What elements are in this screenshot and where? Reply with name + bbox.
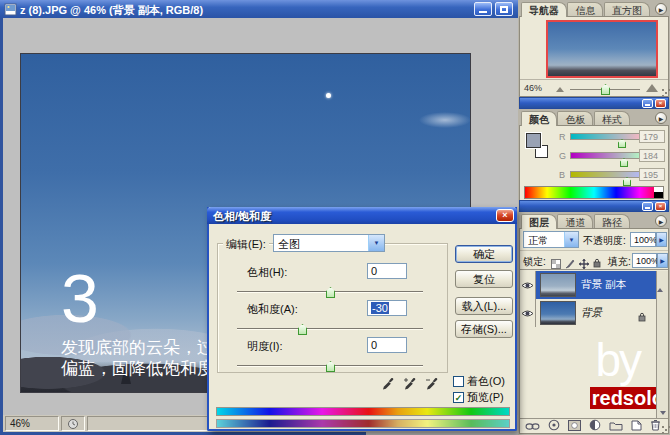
zoom-out-mountain-icon[interactable] — [556, 87, 564, 92]
layer-name[interactable]: 背景 — [581, 306, 602, 320]
saturation-slider[interactable] — [237, 323, 423, 335]
scroll-down-icon[interactable] — [660, 411, 666, 415]
layers-scrollbar[interactable] — [656, 271, 668, 418]
load-button[interactable]: 载入(L)... — [455, 297, 513, 315]
layer-thumbnail[interactable] — [540, 273, 576, 297]
tab-paths[interactable]: 路径 — [594, 214, 630, 229]
lock-all-icon[interactable] — [593, 254, 601, 272]
colorize-checkbox[interactable]: 着色(O) — [453, 374, 505, 389]
hue-slider-thumb[interactable] — [326, 287, 335, 298]
step-number: 3 — [61, 264, 99, 332]
panel-close-button[interactable]: × — [655, 202, 666, 211]
navigator-proxy-preview[interactable] — [546, 20, 658, 78]
fill-value[interactable]: 100% — [632, 253, 657, 268]
ramp-bw-endcap[interactable] — [654, 187, 663, 198]
tab-channels[interactable]: 通道 — [557, 214, 593, 229]
layers-menu-button[interactable]: ▶ — [655, 215, 667, 227]
channel-r-thumb[interactable] — [618, 139, 626, 148]
delete-layer-icon[interactable] — [650, 417, 661, 435]
adjustment-layer-icon[interactable] — [589, 417, 601, 435]
slider-track — [237, 328, 423, 329]
checkbox-unchecked[interactable] — [453, 376, 464, 387]
layer-mask-icon[interactable] — [568, 417, 581, 435]
lightness-slider-thumb[interactable] — [326, 361, 335, 372]
hue-label: 色相(H): — [247, 265, 287, 280]
new-group-icon[interactable] — [609, 417, 623, 435]
fill-spinner[interactable]: ▶ — [657, 253, 668, 268]
eyedropper-icon[interactable] — [381, 376, 395, 392]
save-button[interactable]: 存储(S)... — [455, 320, 513, 338]
scroll-up-icon[interactable] — [657, 271, 663, 292]
dialog-titlebar[interactable]: 色相/饱和度 × — [207, 207, 517, 224]
blend-mode-select[interactable]: 正常 ▼ — [523, 231, 579, 248]
channel-g-slider[interactable] — [570, 152, 644, 159]
lightness-input[interactable]: 0 — [367, 337, 407, 353]
preview-label: 预览(P) — [467, 390, 504, 405]
layer-row-background-copy[interactable]: 背景 副本 — [520, 271, 658, 299]
opacity-spinner[interactable]: ▶ — [656, 232, 667, 247]
opacity-value[interactable]: 100% — [630, 232, 656, 247]
channel-g-value[interactable]: 184 — [639, 149, 665, 162]
visibility-toggle[interactable] — [520, 271, 536, 299]
edit-target-select[interactable]: 全图 ▼ — [273, 234, 385, 252]
channel-g-label: G — [559, 151, 566, 161]
saturation-input[interactable]: -30 — [367, 300, 407, 316]
hue-ramp-original — [216, 407, 510, 416]
visibility-toggle[interactable] — [520, 299, 536, 327]
hue-slider[interactable] — [237, 286, 423, 298]
window-border-left — [0, 18, 3, 435]
chevron-down-icon[interactable]: ▼ — [564, 232, 578, 247]
layer-style-icon[interactable] — [548, 417, 560, 435]
eyedropper-minus-icon[interactable] — [425, 376, 439, 392]
panel-close-button[interactable]: × — [655, 99, 666, 108]
tab-styles[interactable]: 样式 — [594, 111, 630, 126]
chevron-down-icon[interactable]: ▼ — [368, 235, 384, 251]
saturation-slider-thumb[interactable] — [298, 324, 307, 335]
hue-input[interactable]: 0 — [367, 263, 407, 279]
document-titlebar[interactable]: z (8).JPG @ 46% (背景 副本, RGB/8) — [0, 0, 518, 18]
tab-info[interactable]: 信息 — [567, 2, 603, 17]
tab-color[interactable]: 颜色 — [521, 111, 557, 126]
channel-b-slider[interactable] — [570, 171, 644, 178]
channel-r-value[interactable]: 179 — [639, 130, 665, 143]
layer-row-background[interactable]: 背景 — [520, 299, 658, 327]
lightness-slider[interactable] — [237, 360, 423, 372]
color-spectrum-ramp[interactable] — [524, 186, 664, 199]
zoom-in-mountain-icon[interactable] — [646, 84, 658, 92]
tab-navigator[interactable]: 导航器 — [521, 2, 567, 17]
ok-button[interactable]: 确定 — [455, 245, 513, 263]
link-layers-icon[interactable] — [525, 417, 540, 435]
panel-resize-grip[interactable] — [665, 429, 667, 431]
eyedropper-plus-icon[interactable] — [403, 376, 417, 392]
color-menu-button[interactable]: ▶ — [655, 112, 667, 124]
maximize-button[interactable] — [495, 2, 513, 16]
layer-thumbnail[interactable] — [540, 301, 576, 325]
channel-g-thumb[interactable] — [620, 158, 628, 167]
color-panel-titlebar[interactable]: × — [519, 97, 669, 109]
navigator-zoom-value[interactable]: 46% — [524, 83, 542, 93]
channel-b-value[interactable]: 195 — [639, 168, 665, 181]
tab-histogram[interactable]: 直方图 — [604, 2, 650, 17]
panel-resize-grip[interactable] — [665, 92, 667, 94]
reset-button[interactable]: 复位 — [455, 270, 513, 288]
tab-swatches[interactable]: 色板 — [557, 111, 593, 126]
new-layer-icon[interactable] — [631, 417, 642, 435]
zoom-level-field[interactable]: 46% — [5, 416, 59, 431]
checkbox-checked[interactable]: ✓ — [453, 392, 464, 403]
layers-panel-titlebar[interactable]: × — [519, 200, 669, 212]
navigator-zoom-slider[interactable] — [570, 89, 640, 90]
dialog-close-button[interactable]: × — [496, 209, 514, 222]
channel-b-thumb[interactable] — [623, 177, 631, 186]
panel-minimize-button[interactable] — [642, 202, 653, 211]
preview-checkbox[interactable]: ✓ 预览(P) — [453, 390, 504, 405]
tab-layers[interactable]: 图层 — [521, 214, 557, 229]
color-panel-group: × 颜色 色板 样式 ▶ R 179 G — [519, 97, 669, 200]
channel-r-slider[interactable] — [570, 133, 644, 140]
panel-minimize-button[interactable] — [642, 99, 653, 108]
watermark-redsolo: redsolo — [590, 387, 666, 409]
minimize-button[interactable] — [474, 2, 492, 16]
navigator-menu-button[interactable]: ▶ — [655, 3, 667, 15]
zoom-slider-thumb[interactable] — [601, 84, 610, 95]
document-title: z (8).JPG @ 46% (背景 副本, RGB/8) — [20, 3, 203, 18]
layer-name[interactable]: 背景 副本 — [581, 278, 626, 292]
